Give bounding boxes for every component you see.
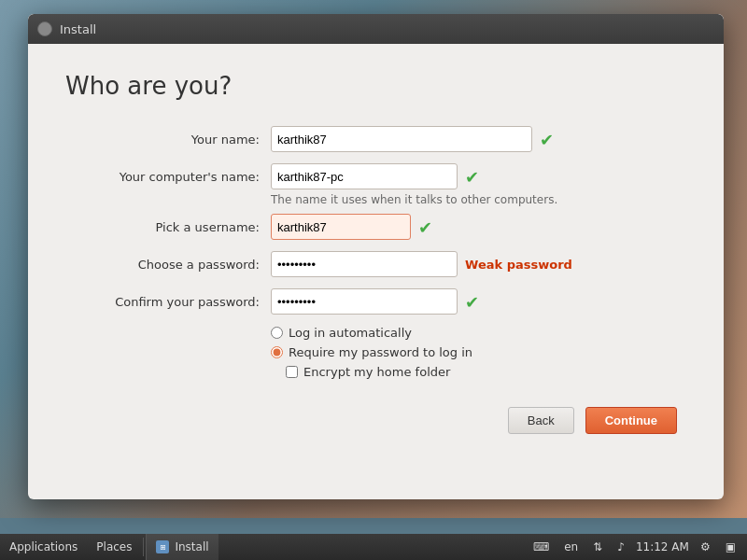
places-menu[interactable]: Places bbox=[87, 534, 141, 560]
install-window: Install Who are you? Your name: ✔ Your c… bbox=[28, 14, 724, 499]
display-indicator[interactable]: ▣ bbox=[722, 540, 740, 553]
confirm-password-field-group: ✔ bbox=[271, 288, 686, 315]
taskbar-separator bbox=[143, 538, 144, 556]
password-label: Choose a password: bbox=[65, 258, 271, 272]
username-field-group: ✔ bbox=[271, 214, 686, 240]
taskbar: Applications Places ⊞ Install ⌨ en ⇅ ♪ 1… bbox=[0, 534, 747, 560]
computer-name-row: Your computer's name: ✔ bbox=[65, 163, 686, 189]
your-name-checkmark: ✔ bbox=[540, 130, 554, 149]
your-name-row: Your name: ✔ bbox=[65, 126, 686, 152]
continue-button[interactable]: Continue bbox=[585, 407, 677, 434]
password-row: Choose a password: Weak password bbox=[65, 251, 686, 277]
settings-indicator[interactable]: ⚙ bbox=[697, 540, 714, 553]
encrypt-row: Encrypt my home folder bbox=[286, 365, 686, 379]
confirm-password-label: Confirm your password: bbox=[65, 295, 271, 309]
confirm-password-row: Confirm your password: ✔ bbox=[65, 288, 686, 315]
language-indicator[interactable]: en bbox=[560, 540, 582, 553]
confirm-password-input[interactable] bbox=[271, 288, 458, 315]
login-options-section: Log in automatically Require my password… bbox=[271, 326, 686, 379]
taskbar-right: ⌨ en ⇅ ♪ 11:12 AM ⚙ ▣ bbox=[529, 540, 747, 553]
encrypt-label: Encrypt my home folder bbox=[303, 365, 450, 379]
button-row: Back Continue bbox=[65, 407, 686, 434]
computer-name-field-group: ✔ bbox=[271, 163, 686, 189]
username-row: Pick a username: ✔ bbox=[65, 214, 686, 240]
auto-login-row: Log in automatically bbox=[271, 326, 686, 340]
your-name-input[interactable] bbox=[271, 126, 532, 152]
your-name-field-group: ✔ bbox=[271, 126, 686, 152]
encrypt-checkbox[interactable] bbox=[286, 366, 298, 378]
computer-name-input[interactable] bbox=[271, 163, 458, 189]
computer-name-hint: The name it uses when it talks to other … bbox=[271, 193, 686, 206]
require-password-radio[interactable] bbox=[271, 346, 283, 358]
your-name-label: Your name: bbox=[65, 133, 271, 147]
auto-login-radio[interactable] bbox=[271, 327, 283, 339]
password-input[interactable] bbox=[271, 251, 458, 277]
install-taskbar-button[interactable]: ⊞ Install bbox=[146, 534, 218, 560]
computer-name-checkmark: ✔ bbox=[465, 167, 479, 187]
auto-login-label: Log in automatically bbox=[289, 326, 412, 340]
clock: 11:12 AM bbox=[636, 540, 689, 553]
network-indicator[interactable]: ⇅ bbox=[589, 540, 606, 553]
install-window-icon: ⊞ bbox=[156, 540, 169, 553]
window-titlebar: Install bbox=[28, 14, 724, 44]
password-field-group: Weak password bbox=[271, 251, 686, 277]
back-button[interactable]: Back bbox=[508, 407, 574, 434]
install-taskbar-label: Install bbox=[175, 540, 208, 553]
username-input[interactable] bbox=[271, 214, 411, 240]
weak-password-warning: Weak password bbox=[465, 258, 572, 272]
confirm-password-checkmark: ✔ bbox=[465, 292, 479, 312]
computer-name-label: Your computer's name: bbox=[65, 170, 271, 184]
require-password-label: Require my password to log in bbox=[289, 345, 472, 359]
taskbar-left: Applications Places ⊞ Install bbox=[0, 534, 218, 560]
username-label: Pick a username: bbox=[65, 220, 271, 234]
username-checkmark: ✔ bbox=[418, 217, 432, 237]
volume-indicator[interactable]: ♪ bbox=[613, 540, 628, 553]
window-close-button[interactable] bbox=[37, 21, 52, 36]
keyboard-indicator[interactable]: ⌨ bbox=[529, 540, 553, 553]
applications-menu[interactable]: Applications bbox=[0, 534, 87, 560]
require-password-row: Require my password to log in bbox=[271, 345, 686, 359]
window-title: Install bbox=[60, 22, 96, 36]
window-content: Who are you? Your name: ✔ Your computer'… bbox=[28, 44, 724, 462]
page-title: Who are you? bbox=[65, 72, 686, 100]
